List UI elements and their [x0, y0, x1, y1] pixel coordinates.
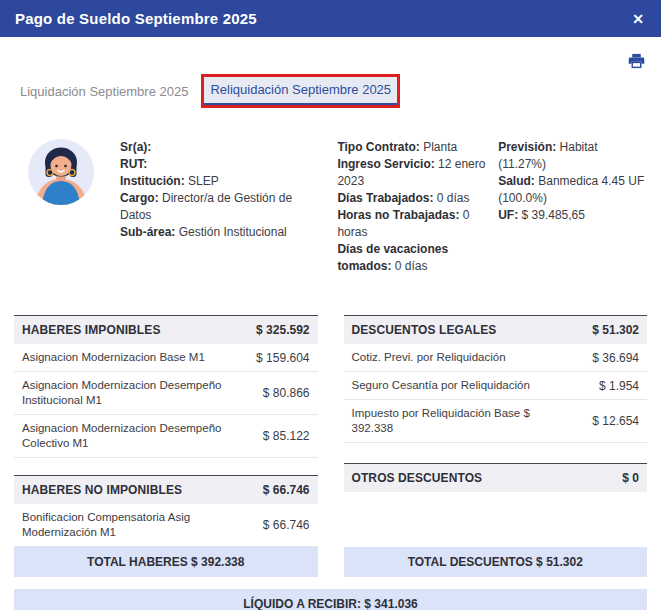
table-row: Asignacion Modernizacion Desempeño Insti… [14, 372, 318, 415]
printer-icon [628, 53, 645, 69]
print-button[interactable] [628, 53, 645, 69]
field-rut: RUT: [120, 156, 326, 173]
earnings-deductions-tables: HABERES IMPONIBLES $ 325.592 Asignacion … [14, 315, 647, 577]
close-button[interactable]: ✕ [630, 10, 646, 28]
employee-identity-column: Sr(a): RUT: Institución: SLEP Cargo: Dir… [120, 139, 326, 275]
tab-reliquidacion-septiembre-2025[interactable]: Reliquidación Septiembre 2025 [204, 77, 397, 105]
haberes-no-imponibles-header: HABERES NO IMPONIBLES $ 66.746 [14, 475, 318, 504]
haberes-column: HABERES IMPONIBLES $ 325.592 Asignacion … [14, 315, 318, 577]
field-dias-trabajados: Días Trabajados: 0 días [337, 190, 488, 207]
descuentos-legales-header: DESCUENTOS LEGALES $ 51.302 [344, 315, 648, 344]
field-vacaciones: Días de vacaciones tomados: 0 días [337, 241, 488, 275]
employee-contract-column: Tipo Contrato: Planta Ingreso Servicio: … [337, 139, 488, 275]
field-subarea: Sub-área: Gestión Institucional [120, 224, 326, 241]
toolbar [14, 37, 647, 75]
table-row: Asignacion Modernizacion Base M1 $ 159.6… [14, 344, 318, 372]
descuentos-column: DESCUENTOS LEGALES $ 51.302 Cotiz. Previ… [344, 315, 648, 577]
modal-title: Pago de Sueldo Septiembre 2025 [15, 10, 630, 27]
table-row: Asignacion Modernizacion Desempeño Colec… [14, 415, 318, 458]
otros-descuentos-header: OTROS DESCUENTOS $ 0 [344, 463, 648, 492]
field-tipo-contrato: Tipo Contrato: Planta [337, 139, 488, 156]
employee-avatar [28, 139, 94, 205]
field-horas-no-trabajadas: Horas no Trabajadas: 0 horas [337, 207, 488, 241]
close-icon: ✕ [632, 11, 644, 27]
employee-info-section: Sr(a): RUT: Institución: SLEP Cargo: Dir… [14, 139, 647, 275]
tab-bar: Liquidación Septiembre 2025 Reliquidació… [14, 77, 647, 105]
field-salud: Salud: Banmedica 4.45 UF (100.0%) [498, 173, 647, 207]
spacer [344, 443, 648, 463]
modal-titlebar: Pago de Sueldo Septiembre 2025 ✕ [0, 0, 661, 37]
table-row: Cotiz. Previ. por Reliquidación $ 36.694 [344, 344, 648, 372]
tab-liquidacion-septiembre-2025[interactable]: Liquidación Septiembre 2025 [14, 79, 194, 105]
total-descuentos-bar: TOTAL DESCUENTOS $ 51.302 [344, 547, 648, 577]
haberes-imponibles-header: HABERES IMPONIBLES $ 325.592 [14, 315, 318, 344]
field-cargo: Cargo: Director/a de Gestión de Datos [120, 190, 326, 224]
liquido-a-recibir-bar: LÍQUIDO A RECIBIR: $ 341.036 [14, 589, 647, 610]
field-sra: Sr(a): [120, 139, 326, 156]
spacer [14, 458, 318, 475]
employee-prevision-column: Previsión: Habitat (11.27%) Salud: Banme… [498, 139, 647, 275]
table-row: Impuesto por Reliquidación Base $ 392.33… [344, 400, 648, 443]
field-uf: UF: $ 39.485,65 [498, 207, 647, 224]
field-prevision: Previsión: Habitat (11.27%) [498, 139, 647, 173]
field-ingreso-servicio: Ingreso Servicio: 12 enero 2023 [337, 156, 488, 190]
table-row: Bonificacion Compensatoria Asig Moderniz… [14, 504, 318, 547]
field-institucion: Institución: SLEP [120, 173, 326, 190]
salary-payment-modal: Pago de Sueldo Septiembre 2025 ✕ Liquida… [0, 0, 661, 610]
total-haberes-bar: TOTAL HABERES $ 392.338 [14, 547, 318, 577]
table-row: Seguro Cesantía por Reliquidación $ 1.95… [344, 372, 648, 400]
modal-body: Liquidación Septiembre 2025 Reliquidació… [0, 37, 661, 610]
